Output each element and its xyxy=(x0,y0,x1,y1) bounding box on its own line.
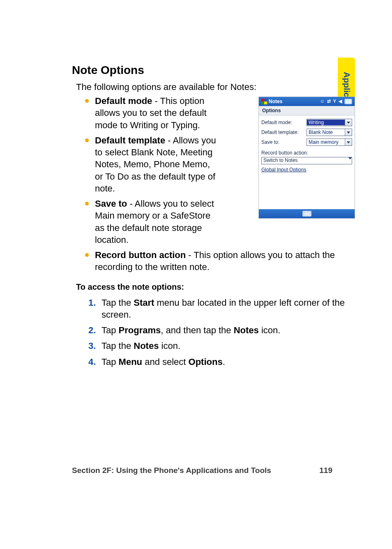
device-screenshot: Notes ☺ ⇄ Y ◀ ok Options Default mode: W… xyxy=(258,97,355,219)
page-footer: Section 2F: Using the Phone's Applicatio… xyxy=(0,466,392,475)
save-to-label: Save to: xyxy=(261,139,306,145)
screenshot-body: Default mode: Writing Default template: … xyxy=(259,115,355,209)
default-template-select[interactable]: Blank Note xyxy=(307,129,352,136)
step-2: Tap Programs, and then tap the Notes ico… xyxy=(88,324,355,336)
footer-page: 119 xyxy=(319,466,332,475)
global-input-options-link[interactable]: Global Input Options xyxy=(261,167,306,173)
bullet-term: Default template xyxy=(95,135,165,145)
ok-button[interactable]: ok xyxy=(344,99,352,104)
default-template-value: Blank Note xyxy=(307,129,345,135)
screenshot-sip-bar[interactable] xyxy=(259,209,355,218)
page-heading: Note Options xyxy=(72,64,355,77)
screenshot-menubar[interactable]: Options xyxy=(259,106,355,115)
chevron-down-icon[interactable] xyxy=(345,129,352,136)
record-button-select[interactable]: Switch to Notes xyxy=(261,157,352,164)
record-button-label: Record button action: xyxy=(261,150,352,156)
screenshot-titlebar: Notes ☺ ⇄ Y ◀ ok xyxy=(259,97,355,106)
intro-text: The following options are available for … xyxy=(76,82,355,92)
bullet-record-button: Record button action - This option allow… xyxy=(83,249,355,273)
footer-section: Section 2F: Using the Phone's Applicatio… xyxy=(72,466,271,475)
bullet-default-mode: Default mode - This option allows you to… xyxy=(83,95,219,131)
chevron-down-icon[interactable] xyxy=(348,157,352,164)
keyboard-icon[interactable] xyxy=(302,211,311,217)
save-to-select[interactable]: Main memory xyxy=(307,138,352,146)
default-template-label: Default template: xyxy=(261,129,306,135)
step-3: Tap the Notes icon. xyxy=(88,340,355,352)
chevron-down-icon[interactable] xyxy=(345,139,352,145)
screenshot-title: Notes xyxy=(269,99,282,104)
step-4: Tap Menu and select Options. xyxy=(88,356,355,368)
default-mode-value: Writing xyxy=(307,120,345,125)
task-heading: To access the note options: xyxy=(76,282,355,292)
volume-icon[interactable]: ◀ xyxy=(339,99,342,104)
bullet-default-template: Default template - Allows you to select … xyxy=(83,134,219,194)
record-button-value: Switch to Notes xyxy=(262,157,348,164)
save-to-value: Main memory xyxy=(307,139,345,145)
sync-icon[interactable]: ⇄ xyxy=(327,99,331,104)
chevron-down-icon[interactable] xyxy=(345,119,352,126)
bullet-term: Record button action xyxy=(95,250,186,260)
default-mode-select[interactable]: Writing xyxy=(307,119,352,126)
default-mode-label: Default mode: xyxy=(261,120,306,125)
step-1: Tap the Start menu bar located in the up… xyxy=(88,297,355,321)
bullet-term: Save to xyxy=(95,198,127,209)
signal-icon[interactable]: Y xyxy=(333,99,336,104)
bullet-term: Default mode xyxy=(95,96,152,106)
start-icon[interactable] xyxy=(261,99,267,104)
chat-icon[interactable]: ☺ xyxy=(320,99,325,104)
bullet-save-to: Save to - Allows you to select Main memo… xyxy=(83,198,219,246)
